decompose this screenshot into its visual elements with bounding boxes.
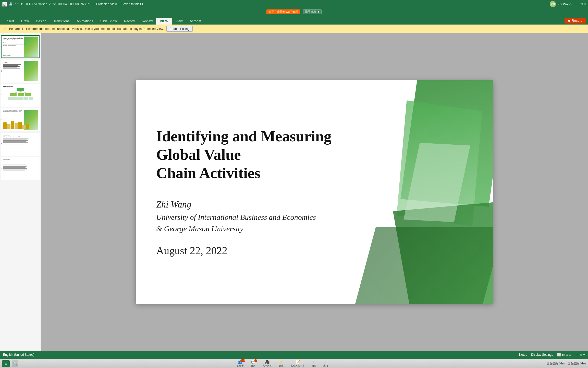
svg-rect-3 [25,93,31,96]
slide-panel: 1 Identifying and Measuring Global Value… [0,33,41,351]
slide-title-line2: Chain Activities [156,165,260,181]
svg-rect-8 [29,97,33,100]
line-5-10 [3,147,25,147]
tab-insert[interactable]: Insert [2,18,18,25]
slide-thumb-5[interactable]: 5 Economic Intuition To define gross tra… [1,133,40,155]
slide-thumb-4[interactable]: 4 GVC activities: Nominal growth rates o… [1,108,40,131]
reactions-icon: ⚡ [279,360,284,364]
thumb-text-5: Economic Intuition To define gross trade… [2,134,38,139]
thumb-outline-lines-2 [3,64,21,69]
line-6-8 [3,168,27,169]
warning-icon: ⚠ [3,26,7,31]
canvas-area: Identifying and Measuring Global Value C… [41,33,588,351]
file-title: UIBEGVCwkshp_2022[23058430093080768871] … [25,2,144,6]
thumb-date-1: August 22, 2022 [3,55,10,56]
window-controls[interactable]: ─ □ ✕ [578,2,586,6]
display-settings-button[interactable]: Display Settings [531,353,553,356]
tab-view[interactable]: VIEW [156,18,172,25]
thumb-title-1: Identifying and Measuring Global Value C… [3,37,25,41]
taskbar: ⊞ 🔍 👥 参会者 342 💬 聊天 1 🎥 共享屏幕 ⚡ 反应 📝 实时英文字… [0,359,588,368]
bar-6 [22,125,26,129]
captions-label: 实时英文字幕 [291,364,304,367]
view-icons[interactable]: ⬜ ⚏ ⊟ ⊟ [557,353,571,356]
reactions-label: 反应 [279,364,284,367]
slide-thumb-inner-1: Identifying and Measuring Global Value C… [2,37,38,57]
thumb-subtitle-1: Zhi WangUniversity of International Busi… [3,42,26,46]
thumb-chart-4 [3,120,29,129]
tab-transitions[interactable]: Transitions [50,18,73,25]
slide-institution-line2: & George Mason University [156,223,353,234]
tab-record[interactable]: Record [120,18,138,25]
taskbar-app-participants[interactable]: 👥 参会者 342 [235,359,246,368]
line-6-7 [3,167,26,168]
notes-button[interactable]: Notes [519,353,527,356]
user-avatar: ZW [550,1,556,7]
chat-label: 聊天 [251,364,255,367]
line-6-9 [3,169,27,170]
taskbar-search[interactable]: 🔍 [12,360,18,367]
green-polygon-5 [355,227,493,304]
slide-canvas[interactable]: Identifying and Measuring Global Value C… [136,80,493,304]
line-5-4 [3,141,26,142]
thumb-outline-title-2: Outline [3,62,7,63]
outline-line-4 [3,67,17,68]
line-6-10 [3,170,25,170]
enable-editing-button[interactable]: Enable Editing [166,26,193,32]
slide-content: Identifying and Measuring Global Value C… [136,80,368,304]
tab-design[interactable]: Design [32,18,50,25]
view-select-label[interactable]: 视图选项 ▼ [303,9,322,14]
taskbar-app-apply[interactable]: ✓ 应用 [321,359,330,368]
taskbar-app-reply[interactable]: ↩ 回应 [310,359,318,368]
tab-review[interactable]: Review [138,18,156,25]
slide-author: Zhi Wang [156,198,353,211]
slide-thumb-3[interactable]: 3 总量表分解的基本框架 [1,84,40,107]
tab-acrobat[interactable]: Acrobat [186,18,205,25]
taskbar-app-reactions[interactable]: ⚡ 反应 [277,359,286,368]
taskbar-app-chat[interactable]: 💬 聊天 1 [249,359,258,368]
apply-label: 应用 [323,364,328,367]
slide-main-title: Identifying and Measuring Global Value C… [156,127,353,182]
line-6-6 [3,166,27,167]
taskbar-app-share[interactable]: 🎥 共享屏幕 [261,359,274,368]
line-5-5 [3,142,28,143]
slide-thumb-inner-6: Economic Intuition [2,158,38,179]
zoom-controls[interactable]: — ▭ + [575,353,585,356]
line-6-3 [3,164,28,164]
record-button[interactable]: Record [565,18,586,24]
record-dot-icon [568,20,570,22]
tab-draw[interactable]: Draw [18,18,32,25]
accepting-label: 正在接受: Xiao [547,362,565,365]
svg-rect-0 [17,88,24,91]
svg-rect-6 [18,97,23,100]
tab-help[interactable]: View [172,18,186,25]
taskbar-start[interactable]: ⊞ [2,360,10,367]
reply-label: 回应 [312,364,316,367]
svg-rect-1 [10,93,17,96]
thumb-lines-6 [3,162,29,172]
chat-badge: 1 [254,359,257,362]
slide-thumb-6[interactable]: 6 Economic Intuition [1,157,40,180]
tab-animations[interactable]: Animations [73,18,96,25]
share-icon: 🎥 [265,360,270,364]
slide-thumb-inner-4: GVC activities: Nominal growth rates of … [2,110,38,130]
taskbar-app-captions[interactable]: 📝 实时英文字幕 [289,359,307,368]
language-indicator: English (United States) [3,353,34,356]
title-bar: 📊 💾 ↩ ↪ ▼ UIBEGVCwkshp_2022[230584300930… [0,0,588,8]
svg-line-10 [20,91,21,93]
slide-thumb-1[interactable]: 1 Identifying and Measuring Global Value… [1,35,40,58]
share-label: 共享屏幕 [263,364,272,367]
line-6-1 [3,162,29,163]
chinese-bar: 你正在观看zhiwa的解释 视图选项 ▼ [0,8,588,15]
tab-slideshow[interactable]: Slide Show [97,18,120,25]
slide-title-line1: Identifying and Measuring Global Value [156,128,332,163]
svg-line-11 [20,91,28,93]
thumb-title-5: Economic Intuition [3,135,38,136]
bar-4 [15,123,18,129]
taskbar-time: 正在接受: Xiao [568,362,586,365]
protected-view-bar: ⚠ Be careful—files from the Internet can… [0,25,588,33]
line-5-7 [3,144,26,144]
thumb-green-bg-2 [24,61,38,81]
slide-thumb-inner-2: Outline [2,61,38,81]
slide-thumb-2[interactable]: 2 Outline [1,60,40,82]
thumb-title-6: Economic Intuition [3,159,38,160]
